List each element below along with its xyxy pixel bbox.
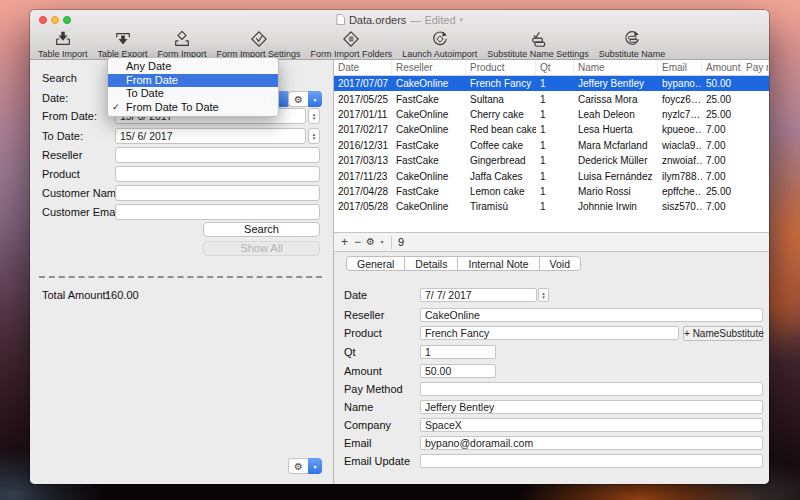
column-header[interactable]: Email — [658, 60, 702, 75]
name-substitute-button[interactable]: + NameSubstitute — [683, 326, 763, 341]
product-label: Product — [42, 166, 80, 183]
detail-company-input[interactable] — [420, 418, 763, 432]
menu-item-from-date[interactable]: From Date — [108, 74, 278, 88]
panel-gear-button[interactable]: ⚙ ▾ — [288, 458, 322, 474]
total-amount-label: Total Amount: — [42, 287, 109, 304]
detail-reseller-input[interactable] — [420, 308, 763, 322]
column-header[interactable]: Date — [334, 60, 392, 75]
tab-general[interactable]: General — [347, 257, 405, 270]
detail-date-input[interactable] — [420, 288, 537, 302]
table-footer: + − ⚙ ▾ 9 — [334, 233, 769, 252]
gear-icon[interactable]: ⚙ — [364, 233, 377, 251]
table-cell: Carissa Mora — [574, 94, 658, 105]
table-body: 2017/07/07CakeOnlineFrench Fancy1Jeffery… — [334, 76, 769, 215]
table-cell: 2017/05/25 — [334, 94, 392, 105]
app-window: Data.orders — Edited ▾ Table ImportTable… — [30, 10, 769, 484]
tab-details[interactable]: Details — [405, 257, 458, 270]
toolbar-item-form-import-settings[interactable]: Form Import Settings — [212, 30, 306, 59]
tab-void[interactable]: Void — [540, 257, 580, 270]
check-icon: ✓ — [112, 101, 120, 115]
detail-email-label: Email — [344, 436, 372, 451]
column-header[interactable]: Reseller — [392, 60, 466, 75]
toolbar-item-form-import-folders[interactable]: Form Import Folders — [306, 30, 398, 59]
toolbar-item-label: Form Import Folders — [311, 49, 393, 59]
gear-icon: ⚙ — [294, 461, 303, 472]
total-amount-value: 160.00 — [105, 287, 139, 304]
table-cell: 2017/03/13 — [334, 155, 392, 166]
table-cell: nyzlc7… — [658, 109, 702, 120]
titlebar[interactable]: Data.orders — Edited ▾ — [30, 10, 769, 29]
table-cell: sisz570… — [658, 201, 702, 212]
date-filter-label: Date: — [42, 90, 68, 107]
table-cell: 1 — [536, 124, 574, 135]
table-row[interactable]: 2017/02/17CakeOnlineRed bean cake1Lesa H… — [334, 122, 769, 137]
column-header[interactable]: Pay meth… — [742, 60, 769, 75]
toolbar-item-label: Substitute Name — [599, 49, 666, 59]
table-row[interactable]: 2017/04/28FastCakeLemon cake1Mario Rossi… — [334, 184, 769, 199]
table-cell: Johnnie Irwin — [574, 201, 658, 212]
remove-row-button[interactable]: − — [351, 233, 364, 251]
detail-qt-input[interactable] — [420, 345, 496, 359]
table-row[interactable]: 2017/05/25FastCakeSultana1Carissa Morafo… — [334, 91, 769, 106]
toolbar-item-substitute-name[interactable]: Substitute Name — [594, 30, 671, 59]
table-row[interactable]: 2017/01/11CakeOnlineCherry cake1Leah Del… — [334, 107, 769, 122]
from-date-stepper[interactable]: ▴ ▾ — [308, 108, 320, 124]
substitute-name-settings-icon — [528, 30, 548, 49]
close-button[interactable] — [39, 16, 47, 24]
column-header[interactable]: Amount — [702, 60, 742, 75]
to-date-stepper[interactable]: ▴ ▾ — [308, 128, 320, 144]
table-row[interactable]: 2017/03/13FastCakeGingerbread1Dederick M… — [334, 153, 769, 168]
reseller-search-input[interactable] — [115, 147, 320, 163]
date-filter-gear-button[interactable]: ⚙ ▾ — [288, 91, 322, 107]
table-row[interactable]: 2017/11/23CakeOnlineJaffa Cakes1Luisa Fe… — [334, 168, 769, 183]
table-cell: 2016/12/31 — [334, 140, 392, 151]
table-row[interactable]: 2017/05/28CakeOnlineTiramisù1Johnnie Irw… — [334, 199, 769, 214]
table-cell: FastCake — [392, 186, 466, 197]
product-search-input[interactable] — [115, 166, 320, 182]
customer-email-label: Customer Email — [42, 204, 120, 221]
to-date-label: To Date: — [42, 128, 83, 145]
title-chevron-icon[interactable]: ▾ — [460, 16, 464, 23]
detail-product-input[interactable] — [420, 326, 679, 340]
toolbar-item-table-export[interactable]: Table Export — [93, 30, 153, 59]
menu-item-to-date[interactable]: To Date — [108, 87, 278, 101]
minimize-button[interactable] — [51, 16, 59, 24]
detail-amount-input[interactable] — [420, 364, 496, 378]
search-panel-title: Search — [42, 70, 77, 87]
customer-name-input[interactable] — [115, 185, 320, 201]
menu-item-from-date-to-date[interactable]: ✓From Date To Date — [108, 101, 278, 115]
table-cell: FastCake — [392, 140, 466, 151]
detail-email-update-input[interactable] — [420, 454, 763, 468]
tab-internal-note[interactable]: Internal Note — [458, 257, 539, 270]
column-header[interactable]: Qt — [536, 60, 574, 75]
table-cell: Dederick Müller — [574, 155, 658, 166]
table-cell: 2017/05/28 — [334, 201, 392, 212]
row-count: 9 — [398, 236, 404, 248]
table-header: DateResellerProductQtNameEmailAmountPay … — [334, 60, 769, 76]
column-header[interactable]: Name — [574, 60, 658, 75]
search-button[interactable]: Search — [203, 222, 320, 237]
toolbar-item-substitute-name-settings[interactable]: Substitute Name Settings — [482, 30, 594, 59]
table-row[interactable]: 2017/07/07CakeOnlineFrench Fancy1Jeffery… — [334, 76, 769, 91]
table-cell: FastCake — [392, 155, 466, 166]
toolbar-item-table-import[interactable]: Table Import — [33, 30, 93, 59]
table-cell: French Fancy — [466, 78, 536, 89]
table-cell: CakeOnline — [392, 201, 466, 212]
add-row-button[interactable]: + — [338, 233, 351, 251]
chevron-down-icon[interactable]: ▾ — [377, 233, 387, 251]
column-header[interactable]: Product — [466, 60, 536, 75]
to-date-input[interactable] — [115, 128, 306, 144]
detail-product-label: Product — [344, 326, 382, 341]
detail-pay-method-input[interactable] — [420, 382, 763, 396]
gear-icon: ⚙ — [294, 94, 303, 105]
customer-email-input[interactable] — [115, 204, 320, 220]
table-row[interactable]: 2016/12/31FastCakeCoffee cake1Mara Mcfar… — [334, 138, 769, 153]
detail-date-stepper[interactable]: ▴ ▾ — [538, 288, 549, 302]
detail-name-input[interactable] — [420, 400, 763, 414]
toolbar-item-form-import[interactable]: Form Import — [153, 30, 212, 59]
detail-email-input[interactable] — [420, 436, 763, 450]
show-all-button: Show All — [203, 241, 320, 256]
menu-item-any-date[interactable]: Any Date — [108, 60, 278, 74]
toolbar-item-launch-autoimport[interactable]: Launch Autoimport — [397, 30, 482, 59]
zoom-button[interactable] — [63, 16, 71, 24]
